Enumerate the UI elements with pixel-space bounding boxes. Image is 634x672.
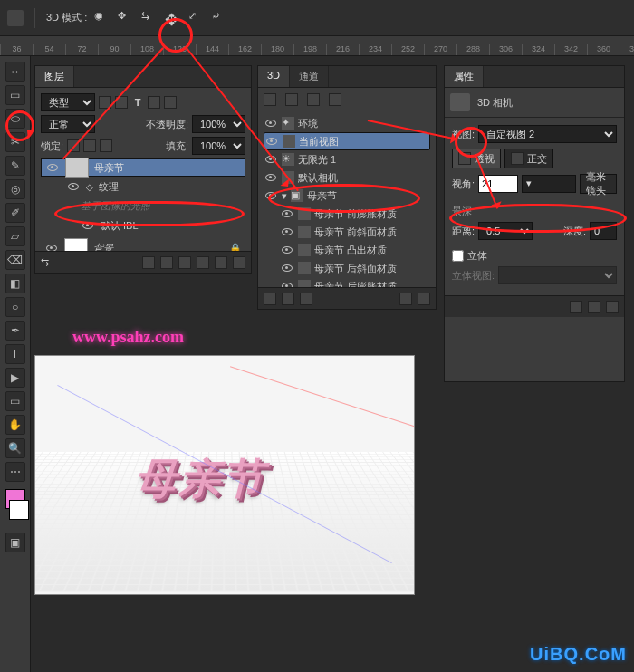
cam-new-icon[interactable] [300, 293, 312, 305]
filter-type[interactable]: 类型 [41, 93, 95, 111]
new-layer-icon[interactable] [215, 256, 227, 269]
visibility-icon[interactable] [264, 134, 279, 149]
visibility-icon[interactable] [264, 170, 278, 185]
lasso-tool[interactable]: ⬭ [5, 109, 25, 129]
render-icon[interactable] [264, 293, 276, 305]
document-canvas[interactable]: 母亲节 [34, 355, 415, 595]
pen-tool[interactable]: ✒ [5, 321, 25, 341]
type-tool[interactable]: T [5, 344, 25, 364]
adjust-icon[interactable] [178, 256, 191, 269]
zoom-tool[interactable]: 🔍 [5, 438, 25, 458]
watermark-psahz: www.psahz.com [72, 328, 184, 347]
lock-all-icon[interactable] [100, 139, 112, 152]
visibility-icon[interactable] [280, 261, 294, 275]
stamp-tool[interactable]: ▱ [5, 226, 25, 246]
layer-row[interactable]: 基于图像的光照 [41, 197, 245, 216]
scale-icon[interactable]: ⤢ [188, 10, 205, 26]
brush-tool[interactable]: ✐ [5, 203, 25, 223]
move-tool[interactable]: ↔ [5, 62, 25, 82]
tree-node[interactable]: 母亲节 前膨胀材质 [264, 205, 430, 223]
visibility-icon[interactable] [280, 243, 294, 257]
view-select[interactable]: 自定视图 2 [478, 125, 617, 143]
filter-light-icon[interactable] [329, 93, 341, 106]
filter-shape-icon[interactable] [148, 96, 160, 109]
heal-tool[interactable]: ◎ [5, 179, 25, 199]
layer-thumb [64, 238, 88, 251]
opacity-label: 不透明度: [146, 118, 188, 131]
tree-node[interactable]: 母亲节 后斜面材质 [264, 259, 430, 277]
layer-row[interactable]: 背景 🔒 [41, 235, 245, 251]
background-swatch[interactable] [9, 500, 29, 520]
eraser-tool[interactable]: ⌫ [5, 250, 25, 270]
light-new-icon[interactable] [282, 293, 294, 305]
group-icon[interactable] [197, 256, 209, 269]
visibility-icon[interactable] [81, 218, 95, 233]
visibility-icon[interactable] [45, 160, 60, 175]
lens-unit[interactable]: 毫米镜头 [580, 174, 617, 194]
3d-text[interactable]: 母亲节 [135, 451, 265, 507]
tab-3d[interactable]: 3D [258, 66, 290, 87]
path-tool[interactable]: ▶ [5, 368, 25, 388]
fx-icon[interactable] [142, 256, 155, 269]
layer-row[interactable]: 母亲节 [41, 158, 245, 177]
tab-channels[interactable]: 通道 [290, 66, 329, 87]
tree-node[interactable]: 当前视图 [264, 132, 430, 150]
orbit-icon[interactable]: ◉ [94, 10, 110, 26]
layer-name: 母亲节 [94, 161, 124, 175]
rotate-icon[interactable]: ✥ [165, 10, 181, 26]
screen-mode[interactable]: ▣ [5, 533, 25, 552]
3d-footer [258, 287, 436, 309]
visibility-icon[interactable] [66, 179, 81, 194]
layer-name: 纹理 [99, 180, 119, 194]
visibility-icon[interactable] [280, 206, 294, 221]
gradient-tool[interactable]: ◧ [5, 274, 25, 293]
tab-layers[interactable]: 图层 [35, 66, 74, 87]
props-footer [445, 295, 624, 317]
trash-icon[interactable] [233, 256, 245, 269]
filter-type-icon[interactable]: T [131, 97, 144, 108]
filter-material-icon[interactable] [307, 93, 320, 106]
tree-node[interactable]: 母亲节 前斜面材质 [264, 223, 430, 241]
trash-icon[interactable] [418, 293, 430, 305]
mask-icon[interactable] [160, 256, 173, 269]
new-icon[interactable] [399, 293, 412, 305]
stereo-checkbox[interactable] [452, 250, 464, 262]
stereo-view-label: 立体视图: [452, 269, 495, 283]
distance-input[interactable]: 0.5 [478, 222, 533, 240]
visibility-icon[interactable] [280, 279, 294, 287]
visibility-icon[interactable] [44, 241, 59, 251]
depth-input[interactable] [590, 222, 617, 240]
shape-tool[interactable]: ▭ [5, 391, 25, 411]
visibility-icon[interactable] [280, 225, 294, 239]
hand-tool[interactable]: ✋ [5, 415, 25, 435]
marquee-tool[interactable]: ▭ [5, 85, 25, 105]
ortho-toggle[interactable]: 正交 [504, 149, 553, 168]
material-icon [298, 226, 311, 238]
crop-tool[interactable]: ✂ [5, 132, 25, 152]
filter-scene-icon[interactable] [264, 93, 276, 106]
trash-icon[interactable] [606, 301, 619, 313]
top-toolbar: 3D 模式 : ◉ ✥ ⇆ ✥ ⤢ ⤾ [0, 0, 634, 36]
app-icon [7, 10, 24, 26]
tree-node[interactable]: 母亲节 凸出材质 [264, 241, 430, 259]
visibility-icon[interactable] [264, 116, 278, 130]
edit-toolbar[interactable]: ⋯ [5, 462, 25, 482]
reset-icon[interactable] [588, 301, 600, 313]
tree-node[interactable]: ☀无限光 1 [264, 150, 430, 168]
blur-tool[interactable]: ○ [5, 297, 25, 317]
visibility-icon[interactable] [264, 188, 278, 203]
filter-mesh-icon[interactable] [285, 93, 298, 106]
fill-value[interactable]: 100% [192, 137, 245, 155]
pan-icon[interactable]: ✥ [118, 10, 134, 26]
opacity-value[interactable]: 100% [192, 115, 245, 133]
tab-properties[interactable]: 属性 [445, 66, 484, 87]
tree-node[interactable]: 母亲节 后膨胀材质 [264, 277, 430, 287]
zoom-icon[interactable]: ⤾ [212, 10, 228, 26]
lock-position-icon[interactable] [83, 139, 96, 152]
eyedropper-tool[interactable]: ✎ [5, 156, 25, 176]
layer-row[interactable]: ◇ 纹理 [41, 177, 245, 197]
slide-icon[interactable]: ⇆ [141, 10, 158, 26]
render-icon[interactable] [570, 301, 582, 313]
layer-row[interactable]: 默认 IBL [41, 216, 245, 235]
filter-smart-icon[interactable] [164, 96, 177, 109]
